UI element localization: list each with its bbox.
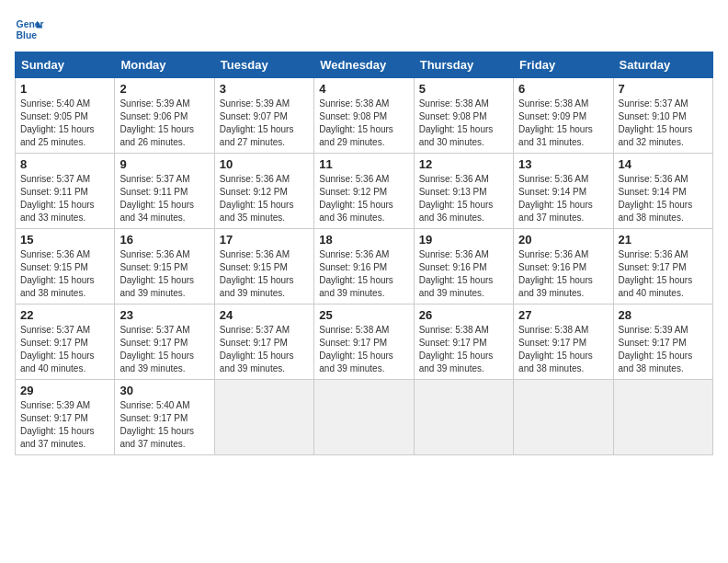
day-number: 17	[220, 233, 309, 247]
day-detail: Sunrise: 5:36 AMSunset: 9:15 PMDaylight:…	[20, 248, 109, 300]
calendar-cell: 4Sunrise: 5:38 AMSunset: 9:08 PMDaylight…	[314, 78, 414, 154]
day-number: 9	[119, 157, 209, 171]
calendar-cell: 2Sunrise: 5:39 AMSunset: 9:06 PMDaylight…	[115, 78, 214, 154]
calendar-cell	[414, 380, 513, 455]
day-detail: Sunrise: 5:38 AMSunset: 9:09 PMDaylight:…	[518, 98, 608, 149]
calendar-cell: 14Sunrise: 5:36 AMSunset: 9:14 PMDayligh…	[613, 154, 712, 229]
calendar-row: 1Sunrise: 5:40 AMSunset: 9:05 PMDaylight…	[16, 78, 713, 154]
day-detail: Sunrise: 5:37 AMSunset: 9:11 PMDaylight:…	[20, 173, 109, 224]
day-detail: Sunrise: 5:38 AMSunset: 9:17 PMDaylight:…	[319, 324, 408, 375]
calendar-cell: 17Sunrise: 5:36 AMSunset: 9:15 PMDayligh…	[214, 229, 313, 304]
calendar-cell: 8Sunrise: 5:37 AMSunset: 9:11 PMDaylight…	[16, 154, 115, 229]
logo-icon: General Blue	[15, 15, 44, 44]
header-cell-tuesday: Tuesday	[214, 52, 313, 78]
calendar-cell: 29Sunrise: 5:39 AMSunset: 9:17 PMDayligh…	[16, 380, 115, 455]
day-detail: Sunrise: 5:36 AMSunset: 9:14 PMDaylight:…	[518, 173, 608, 224]
day-number: 3	[220, 82, 309, 96]
day-number: 1	[20, 82, 109, 96]
calendar-cell: 3Sunrise: 5:39 AMSunset: 9:07 PMDaylight…	[214, 78, 313, 154]
calendar-cell: 30Sunrise: 5:40 AMSunset: 9:17 PMDayligh…	[115, 380, 214, 455]
day-number: 23	[119, 308, 209, 322]
day-number: 27	[518, 308, 608, 322]
day-detail: Sunrise: 5:39 AMSunset: 9:07 PMDaylight:…	[220, 98, 309, 149]
calendar-cell: 10Sunrise: 5:36 AMSunset: 9:12 PMDayligh…	[214, 154, 313, 229]
day-number: 5	[419, 82, 508, 96]
calendar-cell: 13Sunrise: 5:36 AMSunset: 9:14 PMDayligh…	[514, 154, 613, 229]
day-detail: Sunrise: 5:37 AMSunset: 9:11 PMDaylight:…	[119, 173, 209, 224]
header-cell-friday: Friday	[514, 52, 613, 78]
day-detail: Sunrise: 5:38 AMSunset: 9:08 PMDaylight:…	[319, 98, 408, 149]
day-number: 30	[119, 384, 209, 397]
calendar-cell: 16Sunrise: 5:36 AMSunset: 9:15 PMDayligh…	[115, 229, 214, 304]
calendar-cell: 15Sunrise: 5:36 AMSunset: 9:15 PMDayligh…	[16, 229, 115, 304]
day-detail: Sunrise: 5:36 AMSunset: 9:14 PMDaylight:…	[619, 173, 708, 224]
header-cell-thursday: Thursday	[414, 52, 513, 78]
calendar-cell: 5Sunrise: 5:38 AMSunset: 9:08 PMDaylight…	[414, 78, 513, 154]
day-number: 21	[619, 233, 708, 247]
day-detail: Sunrise: 5:38 AMSunset: 9:08 PMDaylight:…	[419, 98, 508, 149]
calendar-cell: 9Sunrise: 5:37 AMSunset: 9:11 PMDaylight…	[115, 154, 214, 229]
day-detail: Sunrise: 5:39 AMSunset: 9:17 PMDaylight:…	[20, 399, 109, 451]
calendar-cell: 26Sunrise: 5:38 AMSunset: 9:17 PMDayligh…	[414, 304, 513, 380]
calendar-cell	[214, 380, 313, 455]
day-number: 6	[518, 82, 608, 96]
day-detail: Sunrise: 5:36 AMSunset: 9:16 PMDaylight:…	[319, 248, 408, 300]
day-number: 12	[419, 157, 508, 171]
calendar-cell	[613, 380, 712, 455]
day-number: 15	[20, 233, 109, 247]
day-number: 7	[619, 82, 708, 96]
calendar-cell: 18Sunrise: 5:36 AMSunset: 9:16 PMDayligh…	[314, 229, 414, 304]
header-cell-monday: Monday	[115, 52, 214, 78]
day-detail: Sunrise: 5:39 AMSunset: 9:06 PMDaylight:…	[119, 98, 209, 149]
header: General Blue	[15, 15, 713, 44]
calendar-row: 22Sunrise: 5:37 AMSunset: 9:17 PMDayligh…	[16, 304, 713, 380]
calendar-cell: 21Sunrise: 5:36 AMSunset: 9:17 PMDayligh…	[613, 229, 712, 304]
day-number: 25	[319, 308, 408, 322]
day-number: 19	[419, 233, 508, 247]
calendar-cell	[314, 380, 414, 455]
header-cell-wednesday: Wednesday	[314, 52, 414, 78]
calendar-cell: 20Sunrise: 5:36 AMSunset: 9:16 PMDayligh…	[514, 229, 613, 304]
calendar-cell: 6Sunrise: 5:38 AMSunset: 9:09 PMDaylight…	[514, 78, 613, 154]
header-row: SundayMondayTuesdayWednesdayThursdayFrid…	[16, 52, 713, 78]
day-number: 14	[619, 157, 708, 171]
day-number: 16	[119, 233, 209, 247]
day-number: 11	[319, 157, 408, 171]
calendar-row: 29Sunrise: 5:39 AMSunset: 9:17 PMDayligh…	[16, 380, 713, 455]
day-number: 8	[20, 157, 109, 171]
day-detail: Sunrise: 5:38 AMSunset: 9:17 PMDaylight:…	[419, 324, 508, 375]
day-detail: Sunrise: 5:37 AMSunset: 9:10 PMDaylight:…	[619, 98, 708, 149]
calendar-cell: 27Sunrise: 5:38 AMSunset: 9:17 PMDayligh…	[514, 304, 613, 380]
calendar-cell: 23Sunrise: 5:37 AMSunset: 9:17 PMDayligh…	[115, 304, 214, 380]
day-detail: Sunrise: 5:37 AMSunset: 9:17 PMDaylight:…	[20, 324, 109, 375]
day-detail: Sunrise: 5:36 AMSunset: 9:12 PMDaylight:…	[319, 173, 408, 224]
day-number: 18	[319, 233, 408, 247]
day-number: 20	[518, 233, 608, 247]
day-detail: Sunrise: 5:36 AMSunset: 9:17 PMDaylight:…	[619, 248, 708, 300]
day-number: 24	[220, 308, 309, 322]
day-number: 13	[518, 157, 608, 171]
day-detail: Sunrise: 5:36 AMSunset: 9:15 PMDaylight:…	[119, 248, 209, 300]
day-number: 10	[220, 157, 309, 171]
logo: General Blue	[15, 15, 48, 44]
calendar-cell: 19Sunrise: 5:36 AMSunset: 9:16 PMDayligh…	[414, 229, 513, 304]
calendar-cell: 28Sunrise: 5:39 AMSunset: 9:17 PMDayligh…	[613, 304, 712, 380]
calendar-cell: 12Sunrise: 5:36 AMSunset: 9:13 PMDayligh…	[414, 154, 513, 229]
calendar-cell: 7Sunrise: 5:37 AMSunset: 9:10 PMDaylight…	[613, 78, 712, 154]
calendar-cell	[514, 380, 613, 455]
day-detail: Sunrise: 5:36 AMSunset: 9:13 PMDaylight:…	[419, 173, 508, 224]
day-detail: Sunrise: 5:40 AMSunset: 9:17 PMDaylight:…	[119, 399, 209, 451]
day-number: 26	[419, 308, 508, 322]
day-number: 22	[20, 308, 109, 322]
day-detail: Sunrise: 5:36 AMSunset: 9:16 PMDaylight:…	[518, 248, 608, 300]
calendar-cell: 22Sunrise: 5:37 AMSunset: 9:17 PMDayligh…	[16, 304, 115, 380]
day-number: 29	[20, 384, 109, 397]
calendar-cell: 1Sunrise: 5:40 AMSunset: 9:05 PMDaylight…	[16, 78, 115, 154]
day-detail: Sunrise: 5:38 AMSunset: 9:17 PMDaylight:…	[518, 324, 608, 375]
header-cell-saturday: Saturday	[613, 52, 712, 78]
calendar-cell: 11Sunrise: 5:36 AMSunset: 9:12 PMDayligh…	[314, 154, 414, 229]
day-detail: Sunrise: 5:36 AMSunset: 9:15 PMDaylight:…	[220, 248, 309, 300]
day-detail: Sunrise: 5:36 AMSunset: 9:16 PMDaylight:…	[419, 248, 508, 300]
day-detail: Sunrise: 5:39 AMSunset: 9:17 PMDaylight:…	[619, 324, 708, 375]
calendar-table: SundayMondayTuesdayWednesdayThursdayFrid…	[15, 52, 713, 455]
